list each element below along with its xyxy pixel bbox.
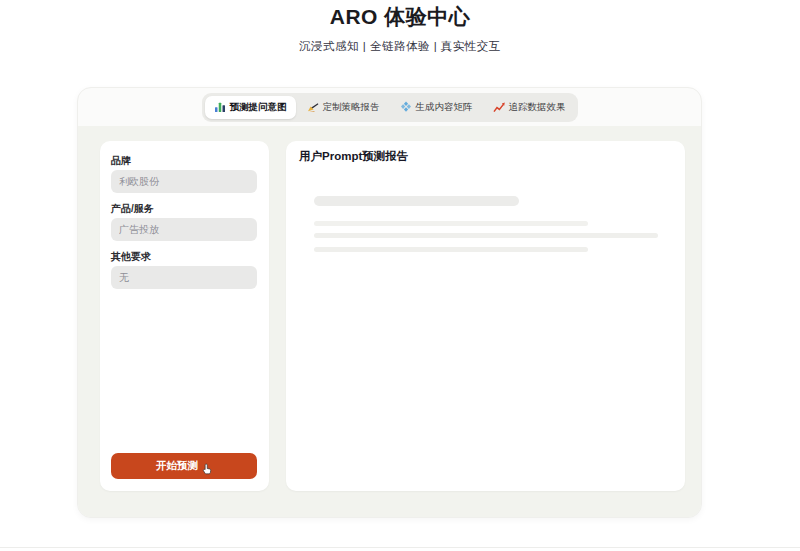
- bottom-divider: [0, 547, 800, 548]
- page-subtitle: 沉浸式感知 | 全链路体验 | 真实性交互: [0, 39, 800, 54]
- blue-diamond-icon: [400, 101, 412, 113]
- tab-track-data-results[interactable]: 追踪数据效果: [484, 96, 575, 119]
- product-service-label: 产品/服务: [111, 202, 154, 216]
- tab-bar: 预测提问意图 定制策略报告: [78, 88, 701, 126]
- skeleton-text-line: [314, 247, 588, 252]
- skeleton-heading-bar: [314, 196, 519, 206]
- tab-label: 预测提问意图: [230, 101, 287, 114]
- other-requirements-label: 其他要求: [111, 250, 151, 264]
- bar-chart-icon: [214, 101, 226, 113]
- skeleton-text-line: [314, 233, 658, 238]
- start-prediction-button[interactable]: 开始预测: [111, 453, 257, 479]
- product-service-input[interactable]: [111, 218, 257, 241]
- brand-input[interactable]: [111, 170, 257, 193]
- tab-label: 定制策略报告: [323, 101, 380, 114]
- card-body: 品牌 产品/服务 其他要求 开始预测 用户Prompt预测报告: [78, 126, 701, 517]
- report-title: 用户Prompt预测报告: [299, 149, 408, 164]
- tab-generate-content-matrix[interactable]: 生成内容矩阵: [391, 96, 482, 119]
- form-panel: 品牌 产品/服务 其他要求 开始预测: [100, 141, 269, 491]
- chart-increasing-icon: [493, 101, 505, 113]
- report-panel: 用户Prompt预测报告: [286, 141, 685, 491]
- tab-custom-strategy-report[interactable]: 定制策略报告: [298, 96, 389, 119]
- tab-label: 生成内容矩阵: [416, 101, 473, 114]
- tab-label: 追踪数据效果: [509, 101, 566, 114]
- brand-label: 品牌: [111, 154, 131, 168]
- experience-card: 预测提问意图 定制策略报告: [77, 87, 702, 518]
- tab-predict-intent[interactable]: 预测提问意图: [205, 96, 296, 119]
- hand-cursor-icon: [202, 463, 213, 477]
- tab-pill: 预测提问意图 定制策略报告: [202, 93, 578, 122]
- other-requirements-input[interactable]: [111, 266, 257, 289]
- pen-writing-icon: [307, 101, 319, 113]
- page: ARO 体验中心 沉浸式感知 | 全链路体验 | 真实性交互 预测提问意图: [0, 0, 800, 551]
- start-prediction-label: 开始预测: [156, 459, 198, 473]
- skeleton-text-line: [314, 221, 588, 226]
- page-title: ARO 体验中心: [0, 3, 800, 31]
